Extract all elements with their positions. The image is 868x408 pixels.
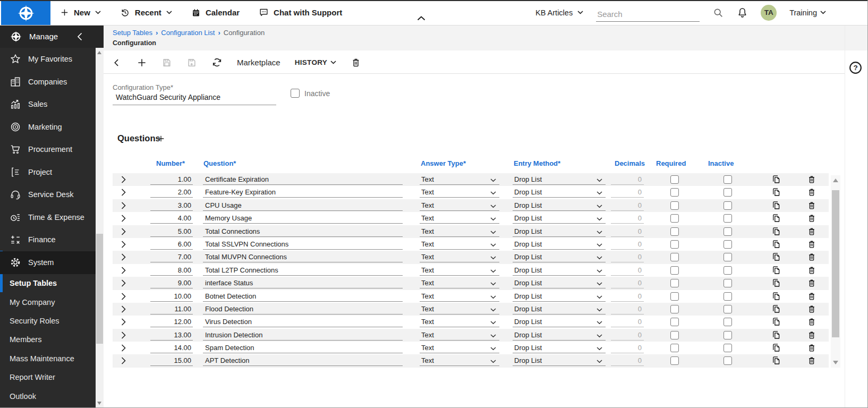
copy-row-icon[interactable] <box>771 227 781 237</box>
sidebar-subitem-setup-tables[interactable]: Setup Tables <box>0 274 96 293</box>
copy-row-icon[interactable] <box>771 252 781 263</box>
expand-row-button[interactable] <box>121 228 126 235</box>
add-question-icon[interactable] <box>157 134 165 143</box>
answer-type-select[interactable]: Text <box>420 355 499 366</box>
decimals-input[interactable]: 0 <box>611 330 644 341</box>
delete-row-icon[interactable] <box>807 175 816 185</box>
question-input[interactable]: Memory Usage <box>203 213 403 224</box>
chat-support-menu[interactable]: Chat with Support <box>259 7 342 18</box>
number-input[interactable]: 10.00 <box>150 291 193 302</box>
scrollbar-thumb[interactable] <box>96 234 103 344</box>
inactive-checkbox[interactable] <box>724 356 732 365</box>
delete-row-icon[interactable] <box>807 317 816 328</box>
required-checkbox[interactable] <box>670 331 679 339</box>
question-input[interactable]: APT Detection <box>203 355 403 366</box>
sidebar-subitem-outlook[interactable]: Outlook <box>0 387 96 405</box>
inactive-checkbox[interactable] <box>724 266 732 275</box>
number-input[interactable]: 8.00 <box>150 265 193 276</box>
expand-row-button[interactable] <box>121 267 126 274</box>
delete-row-icon[interactable] <box>807 356 816 367</box>
sidebar-item-companies[interactable]: Companies <box>0 71 96 94</box>
question-input[interactable]: CPU Usage <box>203 200 403 211</box>
answer-type-select[interactable]: Text <box>420 187 499 198</box>
copy-row-icon[interactable] <box>771 278 781 289</box>
required-checkbox[interactable] <box>670 266 679 275</box>
number-input[interactable]: 1.00 <box>150 174 193 185</box>
delete-row-icon[interactable] <box>807 278 816 289</box>
inactive-checkbox[interactable] <box>724 175 732 184</box>
required-checkbox[interactable] <box>670 292 679 301</box>
entry-method-select[interactable]: Drop List <box>513 278 606 288</box>
sidebar-subitem-members[interactable]: Members <box>0 330 96 349</box>
entry-method-select[interactable]: Drop List <box>513 343 606 353</box>
copy-row-icon[interactable] <box>771 240 781 250</box>
required-checkbox[interactable] <box>670 344 679 352</box>
entry-method-select[interactable]: Drop List <box>513 291 606 302</box>
inactive-checkbox[interactable] <box>724 227 732 236</box>
copy-row-icon[interactable] <box>771 317 781 328</box>
answer-type-select[interactable]: Text <box>420 200 499 211</box>
delete-row-icon[interactable] <box>807 343 816 354</box>
entry-method-select[interactable]: Drop List <box>513 304 606 314</box>
history-dropdown[interactable]: HISTORY <box>295 58 336 66</box>
search-input[interactable] <box>596 9 700 19</box>
entry-method-select[interactable]: Drop List <box>513 317 606 327</box>
decimals-input[interactable]: 0 <box>611 200 644 211</box>
expand-row-button[interactable] <box>121 344 126 352</box>
scroll-up-arrow[interactable] <box>833 178 838 182</box>
back-button[interactable] <box>112 57 122 68</box>
scroll-down-arrow[interactable] <box>97 402 101 405</box>
delete-button[interactable] <box>351 57 361 68</box>
copy-row-icon[interactable] <box>771 343 781 354</box>
number-input[interactable]: 14.00 <box>150 343 193 353</box>
decimals-input[interactable]: 0 <box>611 187 644 198</box>
sidebar-item-project[interactable]: Project <box>0 161 96 184</box>
number-input[interactable]: 5.00 <box>150 226 193 237</box>
delete-row-icon[interactable] <box>807 266 816 276</box>
question-input[interactable]: Total SSLVPN Connections <box>203 239 403 250</box>
answer-type-select[interactable]: Text <box>420 330 499 341</box>
delete-row-icon[interactable] <box>807 292 816 302</box>
entry-method-select[interactable]: Drop List <box>513 213 606 224</box>
copy-row-icon[interactable] <box>771 292 781 302</box>
delete-row-icon[interactable] <box>807 227 816 237</box>
delete-row-icon[interactable] <box>807 240 816 250</box>
delete-row-icon[interactable] <box>807 188 816 198</box>
sidebar-scrollbar[interactable] <box>96 48 104 408</box>
copy-row-icon[interactable] <box>771 356 781 367</box>
decimals-input[interactable]: 0 <box>611 252 644 262</box>
expand-row-button[interactable] <box>121 293 126 300</box>
add-button[interactable] <box>137 57 147 68</box>
number-input[interactable]: 6.00 <box>150 239 193 250</box>
refresh-icon[interactable] <box>211 57 223 68</box>
decimals-input[interactable]: 0 <box>611 213 644 224</box>
question-input[interactable]: Intrusion Detection <box>203 330 403 341</box>
app-logo[interactable] <box>1 1 50 25</box>
entry-method-select[interactable]: Drop List <box>513 355 606 366</box>
recent-menu[interactable]: Recent <box>120 7 172 18</box>
inactive-checkbox[interactable] <box>724 331 732 339</box>
sidebar-item-time-expense[interactable]: Time & Expense <box>0 206 96 229</box>
scroll-up-arrow[interactable] <box>97 51 101 54</box>
inactive-checkbox[interactable] <box>724 253 732 261</box>
decimals-input[interactable]: 0 <box>611 226 644 237</box>
number-input[interactable]: 2.00 <box>150 187 193 198</box>
number-input[interactable]: 9.00 <box>150 278 193 288</box>
sidebar-item-sales[interactable]: Sales <box>0 93 96 116</box>
number-input[interactable]: 15.00 <box>150 355 193 366</box>
expand-row-button[interactable] <box>121 357 126 364</box>
account-menu[interactable]: Training <box>789 8 826 17</box>
inactive-checkbox[interactable] <box>724 292 732 301</box>
required-checkbox[interactable] <box>670 279 679 287</box>
calendar-menu[interactable]: Calendar <box>191 8 240 18</box>
inactive-checkbox[interactable] <box>724 240 732 249</box>
sidebar-subitem-report-writer[interactable]: Report Writer <box>0 368 96 386</box>
copy-row-icon[interactable] <box>771 188 781 198</box>
inactive-checkbox[interactable] <box>724 344 732 352</box>
save-and-close-button[interactable] <box>186 57 197 68</box>
sidebar-item-finance[interactable]: Finance <box>0 228 96 251</box>
inactive-checkbox[interactable] <box>724 188 732 197</box>
question-input[interactable]: Total L2TP Connections <box>203 265 403 276</box>
question-input[interactable]: Feature-Key Expiration <box>203 187 403 198</box>
inactive-checkbox[interactable] <box>724 305 732 313</box>
